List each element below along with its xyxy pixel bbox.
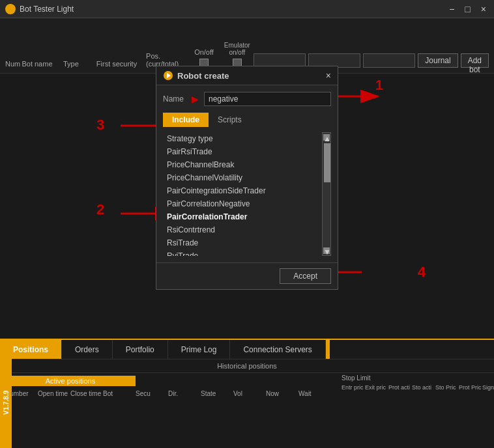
col-firstsec-label: First security bbox=[96, 60, 146, 70]
script-list-item[interactable]: PairCointegrationSideTrader bbox=[163, 184, 322, 197]
right-table-header-cell: Prot acti bbox=[388, 384, 412, 404]
script-list-item[interactable]: PriceChannelBreak bbox=[163, 158, 322, 171]
col-firstsec: First security bbox=[96, 60, 146, 70]
bottom-tab-connection-servers[interactable]: Connection Servers bbox=[230, 340, 325, 359]
dialog-close-button[interactable]: × bbox=[326, 70, 331, 81]
journal-button[interactable]: Journal bbox=[418, 53, 458, 68]
script-list-item[interactable]: Strategy type bbox=[163, 132, 322, 145]
table-header-cell: Now bbox=[266, 390, 298, 397]
right-table-header-cell: Prot Pric bbox=[459, 384, 482, 404]
script-list-item[interactable]: PairCorrelationTrader bbox=[163, 210, 322, 223]
script-list-item[interactable]: PriceChannelVolatility bbox=[163, 171, 322, 184]
name-row: Name ▶ bbox=[163, 92, 331, 106]
dialog-tabs: Include Scripts bbox=[163, 113, 331, 127]
dialog-body: Name ▶ Include Scripts Strategy typePair… bbox=[156, 85, 338, 262]
table-header-cell: State bbox=[201, 390, 233, 397]
active-positions-bar: Active positions bbox=[5, 376, 136, 386]
dialog-overlay: Robot create × Name ▶ Include Scripts bbox=[0, 74, 494, 308]
main-area: 1 2 3 4 bbox=[0, 74, 494, 308]
scrollbar[interactable]: ▲ ▼ bbox=[322, 132, 331, 256]
script-list-item[interactable]: PairCorrelationNegative bbox=[163, 197, 322, 210]
bottom-tab-yellow-indicator bbox=[326, 340, 330, 359]
bottom-left: Active positions NumberOpen timeClose ti… bbox=[0, 373, 336, 405]
script-list-item[interactable]: PairRsiTrade bbox=[163, 145, 322, 158]
bottom-tab-positions[interactable]: Positions bbox=[0, 340, 62, 359]
script-list: Strategy typePairRsiTradePriceChannelBre… bbox=[163, 132, 322, 256]
name-arrow-icon: ▶ bbox=[192, 94, 199, 104]
script-list-item[interactable]: RsiTrade bbox=[163, 236, 322, 249]
table-header-cell: Open time bbox=[38, 390, 70, 397]
col-num: Num bbox=[5, 60, 22, 70]
bottom-tab-portfolio[interactable]: Portfolio bbox=[113, 340, 168, 359]
robot-create-dialog: Robot create × Name ▶ Include Scripts bbox=[156, 66, 338, 290]
maximize-button[interactable]: □ bbox=[462, 4, 472, 14]
right-table-header-cell: Entr pric bbox=[341, 384, 365, 404]
title-bar-left: Bot Tester Light bbox=[5, 4, 74, 14]
col-botname: Bot name bbox=[22, 60, 63, 70]
col-emulator-label: Emulator on/off bbox=[220, 42, 254, 59]
extra-input[interactable] bbox=[363, 53, 415, 68]
bottom-panel: PositionsOrdersPortfolioPrime LogConnect… bbox=[0, 339, 494, 448]
close-button[interactable]: × bbox=[478, 4, 489, 14]
bottom-tabs: PositionsOrdersPortfolioPrime LogConnect… bbox=[0, 340, 494, 359]
right-table-header-cell: Sign Typ bbox=[482, 384, 494, 404]
app-title: Bot Tester Light bbox=[20, 5, 74, 14]
table-header-cell: Wait bbox=[298, 390, 331, 397]
dialog-title-left: Robot create bbox=[163, 70, 229, 81]
bottom-tab-orders[interactable]: Orders bbox=[62, 340, 113, 359]
table-header-cell: Secu bbox=[136, 390, 168, 397]
accept-button[interactable]: Accept bbox=[280, 268, 331, 284]
minimize-button[interactable]: − bbox=[446, 4, 457, 14]
script-list-item[interactable]: RviTrade bbox=[163, 249, 322, 256]
historical-positions-label: Historical positions bbox=[0, 359, 494, 373]
table-header: NumberOpen timeClose timeBotSecuDir.Stat… bbox=[0, 389, 336, 399]
bottom-tab-prime-log[interactable]: Prime Log bbox=[168, 340, 231, 359]
title-controls: − □ × bbox=[446, 4, 489, 14]
table-header-cell: Dir. bbox=[168, 390, 201, 397]
title-bar: Bot Tester Light − □ × bbox=[0, 0, 494, 18]
table-header-cell: Close time bbox=[70, 390, 103, 397]
dialog-app-icon bbox=[163, 70, 173, 81]
table-header-cell: Vol bbox=[233, 390, 266, 397]
name-label: Name bbox=[163, 94, 186, 104]
scroll-down-button[interactable]: ▼ bbox=[323, 247, 330, 254]
add-bot-button[interactable]: Add bot bbox=[461, 53, 489, 68]
right-table-header-cell: Exit pric bbox=[365, 384, 388, 404]
accept-row: Accept bbox=[156, 262, 338, 289]
scroll-up-button[interactable]: ▲ bbox=[323, 134, 330, 141]
scrollbar-thumb[interactable] bbox=[324, 143, 330, 182]
tab-scripts[interactable]: Scripts bbox=[209, 113, 251, 127]
version-label: V1.7.8.9 bbox=[0, 357, 12, 448]
stop-limit-label: Stop Limit bbox=[336, 373, 494, 383]
col-botname-label: Bot name bbox=[22, 60, 63, 70]
col-num-label: Num bbox=[5, 60, 22, 70]
right-table-header: Entr pricExit pricProt actiSto actiSto P… bbox=[336, 383, 494, 405]
dialog-titlebar: Robot create × bbox=[156, 66, 338, 85]
table-header-cell: Bot bbox=[103, 390, 136, 397]
col-type: Type bbox=[63, 60, 96, 70]
col-onoff-label: On/off bbox=[194, 48, 214, 59]
bottom-right: Stop Limit Entr pricExit pricProt actiSt… bbox=[336, 373, 494, 405]
app-icon bbox=[5, 4, 16, 14]
right-table-header-cell: Sto Pric bbox=[435, 384, 459, 404]
script-list-container: Strategy typePairRsiTradePriceChannelBre… bbox=[163, 132, 331, 256]
name-input[interactable] bbox=[204, 92, 331, 106]
col-type-label: Type bbox=[63, 60, 96, 70]
script-list-item[interactable]: RsiContrtrend bbox=[163, 223, 322, 236]
tab-include[interactable]: Include bbox=[163, 113, 209, 127]
bottom-two-col: Active positions NumberOpen timeClose ti… bbox=[0, 373, 494, 405]
right-table-header-cell: Sto acti bbox=[412, 384, 435, 404]
dialog-title-text: Robot create bbox=[177, 71, 229, 81]
